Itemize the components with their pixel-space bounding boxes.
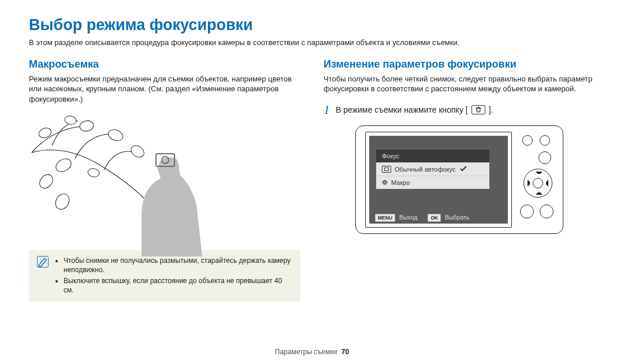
macro-button-icon bbox=[471, 105, 485, 114]
screen-footer: MENU Выход OK Выбрать bbox=[369, 211, 508, 224]
footer-section-label: Параметры съемки bbox=[275, 348, 337, 356]
camera-body: Фокус Обычный автофокус ❁ bbox=[355, 125, 563, 234]
screen-bg: Фокус Обычный автофокус ❁ bbox=[369, 136, 508, 224]
footer-exit-label: Выход bbox=[399, 214, 417, 221]
focus-menu: Фокус Обычный автофокус ❁ bbox=[376, 150, 489, 189]
menu-tag: MENU bbox=[375, 214, 395, 222]
dpad-center bbox=[533, 178, 543, 188]
camera-controls bbox=[519, 132, 555, 228]
note-list: Чтобы снимки не получались размытыми, ст… bbox=[64, 256, 292, 296]
heading-macro: Макросъемка bbox=[29, 58, 300, 70]
macro-body: Режим макросъемки предназначен для съемк… bbox=[29, 74, 300, 105]
dpad-down-icon bbox=[536, 190, 543, 195]
menu-title: Фокус bbox=[376, 150, 489, 162]
check-icon bbox=[460, 166, 467, 173]
menu-item-macro: ❁ Макро bbox=[376, 176, 489, 189]
page-number: 70 bbox=[341, 348, 349, 356]
camera-screen: Фокус Обычный автофокус ❁ bbox=[365, 132, 512, 228]
control-button bbox=[540, 135, 550, 146]
dpad bbox=[523, 169, 552, 198]
intro-text: В этом разделе описывается процедура фок… bbox=[29, 38, 595, 48]
footer-exit: MENU Выход bbox=[375, 214, 417, 221]
col-right: Изменение параметров фокусировки Чтобы п… bbox=[324, 58, 595, 302]
control-button bbox=[520, 205, 534, 218]
step-number: 1 bbox=[324, 102, 330, 117]
control-button bbox=[538, 151, 551, 164]
svg-point-7 bbox=[53, 192, 72, 212]
dpad-right-icon bbox=[544, 180, 548, 187]
svg-point-5 bbox=[54, 157, 73, 174]
step-text-before: В режиме съемки нажмите кнопку [ bbox=[336, 105, 468, 114]
footer-select-label: Выбрать bbox=[445, 214, 469, 221]
menu-item-label: Макро bbox=[391, 179, 410, 186]
svg-point-8 bbox=[87, 168, 100, 178]
svg-point-3 bbox=[107, 128, 125, 143]
step-1: 1 В режиме съемки нажмите кнопку [ ]. bbox=[324, 102, 595, 117]
dpad-left-icon bbox=[528, 180, 532, 187]
columns: Макросъемка Режим макросъемки предназнач… bbox=[29, 58, 595, 302]
control-button bbox=[540, 205, 554, 218]
macro-icon: ❁ bbox=[382, 179, 388, 186]
page: Выбор режима фокусировки В этом разделе … bbox=[0, 0, 624, 364]
focus-body: Чтобы получить более четкий снимок, след… bbox=[324, 74, 595, 94]
control-button bbox=[522, 135, 533, 146]
note-item: Выключите вспышку, если расстояние до об… bbox=[64, 276, 292, 295]
page-title: Выбор режима фокусировки bbox=[29, 16, 595, 34]
autofocus-icon bbox=[382, 166, 391, 173]
footer-select: OK Выбрать bbox=[428, 214, 469, 221]
ok-tag: OK bbox=[428, 214, 441, 222]
dpad-up-icon bbox=[536, 172, 543, 176]
svg-point-0 bbox=[38, 127, 53, 140]
menu-item-auto: Обычный автофокус bbox=[376, 162, 489, 176]
col-left: Макросъемка Режим макросъемки предназнач… bbox=[29, 58, 300, 302]
page-footer: Параметры съемки 70 bbox=[0, 348, 624, 356]
svg-point-2 bbox=[79, 120, 95, 132]
note-item: Чтобы снимки не получались размытыми, ст… bbox=[64, 256, 292, 274]
step-text-after: ]. bbox=[489, 105, 493, 114]
macro-illustration bbox=[29, 112, 300, 236]
menu-item-label: Обычный автофокус bbox=[395, 166, 455, 173]
svg-point-6 bbox=[37, 172, 55, 191]
note-box: Чтобы снимки не получались размытыми, ст… bbox=[29, 250, 300, 302]
camera-illustration: Фокус Обычный автофокус ❁ bbox=[324, 125, 595, 234]
svg-point-1 bbox=[64, 116, 77, 125]
heading-focus-params: Изменение параметров фокусировки bbox=[324, 58, 595, 70]
note-icon bbox=[37, 256, 49, 268]
person-silhouette-icon bbox=[116, 153, 208, 257]
